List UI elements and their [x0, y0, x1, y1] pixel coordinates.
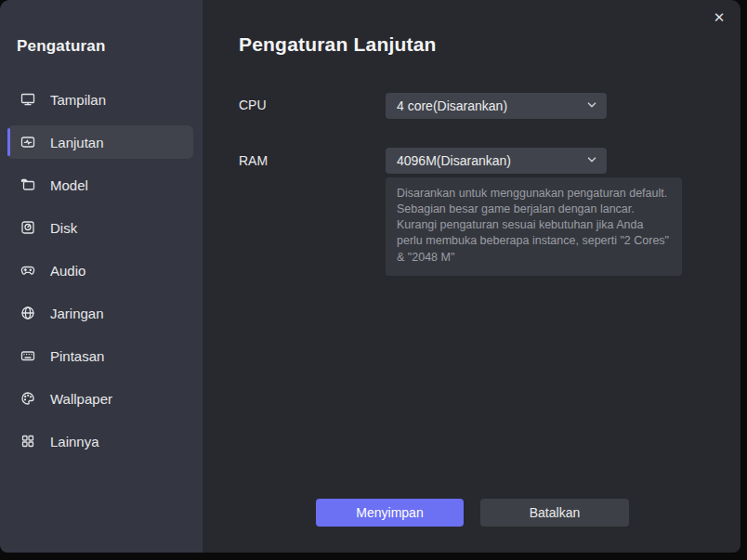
- sidebar: Pengaturan Tampilan Lanjutan Model: [0, 0, 203, 553]
- globe-icon: [20, 306, 35, 320]
- disk-icon: [20, 220, 35, 235]
- cpu-dropdown[interactable]: 4 core(Disarankan): [386, 93, 607, 119]
- save-button[interactable]: Menyimpan: [316, 499, 464, 527]
- sidebar-item-label: Wallpaper: [50, 391, 112, 407]
- main-panel: ✕ Pengaturan Lanjutan CPU 4 core(Disaran…: [203, 0, 740, 553]
- sidebar-title: Pengaturan: [0, 0, 203, 56]
- sidebar-item-audio[interactable]: Audio: [7, 254, 193, 287]
- sidebar-item-label: Lainnya: [50, 434, 99, 449]
- sidebar-item-lainnya[interactable]: Lainnya: [7, 424, 193, 458]
- cancel-button[interactable]: Batalkan: [480, 499, 629, 527]
- keyboard-icon: [20, 348, 35, 363]
- sidebar-item-disk[interactable]: Disk: [7, 211, 193, 244]
- cpu-label: CPU: [239, 98, 267, 112]
- palette-icon: [20, 391, 35, 406]
- sidebar-item-label: Pintasan: [50, 348, 104, 364]
- sidebar-item-label: Disk: [50, 220, 77, 236]
- page-title: Pengaturan Lanjutan: [239, 33, 437, 56]
- sidebar-item-label: Jaringan: [50, 306, 104, 321]
- sidebar-item-label: Model: [50, 177, 88, 193]
- sidebar-item-wallpaper[interactable]: Wallpaper: [7, 382, 193, 415]
- sidebar-nav: Tampilan Lanjutan Model Disk: [0, 83, 203, 458]
- cpu-dropdown-value: 4 core(Disarankan): [397, 98, 586, 113]
- sidebar-item-label: Lanjutan: [50, 135, 104, 150]
- ram-dropdown[interactable]: 4096M(Disarankan): [386, 148, 607, 174]
- close-icon[interactable]: ✕: [709, 7, 729, 28]
- ram-hint-text: Disarankan untuk menggunakan pengaturan …: [386, 177, 682, 276]
- activity-icon: [20, 135, 35, 150]
- sidebar-item-pintasan[interactable]: Pintasan: [7, 339, 193, 372]
- sidebar-item-tampilan[interactable]: Tampilan: [7, 83, 193, 116]
- sidebar-item-label: Audio: [50, 263, 85, 279]
- sidebar-item-model[interactable]: Model: [7, 168, 193, 202]
- monitor-icon: [20, 92, 35, 107]
- gamepad-icon: [20, 263, 35, 278]
- chevron-down-icon: [586, 98, 597, 113]
- chevron-down-icon: [586, 153, 597, 168]
- grid-icon: [20, 434, 35, 449]
- sidebar-item-jaringan[interactable]: Jaringan: [7, 296, 193, 330]
- ram-label: RAM: [239, 153, 268, 168]
- sidebar-item-lanjutan[interactable]: Lanjutan: [7, 125, 193, 159]
- sidebar-item-label: Tampilan: [50, 92, 106, 108]
- ram-dropdown-value: 4096M(Disarankan): [397, 153, 586, 168]
- settings-window: Pengaturan Tampilan Lanjutan Model: [0, 0, 740, 553]
- folder-icon: [20, 177, 35, 192]
